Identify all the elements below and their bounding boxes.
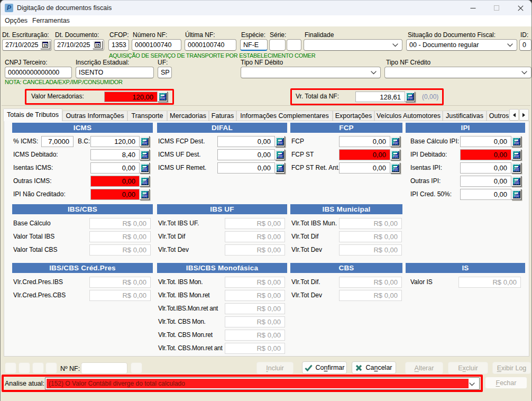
fcp-row-2-fieldwrap: 0,00 [339, 162, 400, 174]
fcp-row-0-calculator-button[interactable] [390, 136, 400, 147]
difal-row-0-fieldwrap: 0,00 [217, 136, 285, 147]
difal-row-2-calculator-button[interactable] [275, 162, 285, 174]
icms-row-2-calculator-button[interactable] [140, 176, 150, 187]
ipi-row-2-calculator-button[interactable] [511, 162, 521, 174]
fcp-row-2-field[interactable]: 0,00 [339, 162, 390, 174]
icms-bc-label: B.C: [78, 136, 90, 147]
calculator-icon [513, 178, 520, 185]
calculator-icon [141, 151, 149, 159]
cbs-row-0-field: R$ 0,00 [339, 277, 402, 288]
ipi-row-0-label: Base Cálculo IPI: [410, 136, 459, 147]
fcp-row-2-calculator-button[interactable] [390, 162, 400, 174]
icms-row-1-field[interactable]: 0,00 [90, 162, 140, 174]
icms-row-3-calculator-button[interactable] [140, 189, 150, 200]
cbs-row-1-field: R$ 0,00 [339, 290, 402, 301]
calculator-icon [513, 151, 520, 159]
ipi-row-2-label: Isentas IPI: [410, 162, 442, 174]
icms-row-0-field[interactable]: 8,40 [90, 149, 140, 160]
group-is-header: IS [406, 263, 525, 273]
icms-row-0-calculator-button[interactable] [140, 149, 150, 160]
group-icms-header: ICMS [12, 123, 153, 133]
ipi-row-4-calculator-button[interactable] [511, 189, 521, 200]
difal-row-2-label: ICMS UF Remet. [158, 162, 206, 174]
difal-row-2-field[interactable]: 0,00 [217, 162, 275, 174]
ipi-row-1-field[interactable]: 0,00 [460, 149, 511, 160]
icms-row-3-field[interactable]: 0,00 [90, 189, 140, 200]
icms-row-0-fieldwrap: 8,40 [90, 149, 150, 160]
difal-row-0-calculator-button[interactable] [275, 136, 285, 147]
ipi-row-0-field[interactable]: 0,00 [460, 136, 511, 147]
tab-page-totais-de-tributos: ICMS % ICMS: 7,0000 B.C: 120,00 ICMS Deb… [4, 121, 529, 357]
ipi-row-2-field[interactable]: 0,00 [460, 162, 511, 174]
fcp-row-0-field[interactable]: 0,00 [339, 136, 390, 147]
is-row-0-label: Valor IS [410, 277, 433, 288]
tab-totais-de-tributos[interactable]: Totais de Tributos [3, 108, 62, 121]
group-ibsuf-header: IBS UF [157, 204, 287, 214]
icms-bc-field[interactable]: 120,00 [90, 136, 140, 147]
icms-row-2-fieldwrap: 0,00 [90, 176, 150, 187]
credpres-row-0-label: Vlr.Cred.Pres.IBS [13, 277, 63, 288]
fcp-row-1-calculator-button[interactable] [390, 149, 400, 160]
ibsuf-row-0-label: Vlr.Tot IBS UF. [158, 218, 199, 229]
difal-row-1-calculator-button[interactable] [275, 149, 285, 160]
monofasica-row-2-field: R$ 0,00 [225, 303, 285, 314]
fcp-row-0-label: FCP [291, 136, 304, 147]
difal-row-1-label: ICMS UF Dest. [158, 149, 201, 160]
ipi-row-1-fieldwrap: 0,00 [460, 149, 521, 160]
ibscbs-row-1-label: Valor Total IBS [13, 231, 54, 242]
tab-scroll-left-button[interactable] [509, 109, 519, 121]
ibsmun-row-0-field: R$ 0,00 [339, 218, 402, 229]
form-area: Dt. Escrituração: Dt. Documento: CFOP: N… [1, 26, 531, 393]
monofasica-row-5-label: Vlr.Tot. CBS.Mon.ret ant [158, 343, 223, 354]
icms-row-0-label: ICMS Debitado: [13, 149, 58, 160]
monofasica-row-4-field: R$ 0,00 [225, 330, 285, 341]
calculator-icon [277, 138, 284, 145]
tab-scroll-right-button[interactable] [519, 109, 529, 121]
difal-row-2-fieldwrap: 0,00 [217, 162, 285, 174]
fcp-row-0-fieldwrap: 0,00 [339, 136, 400, 147]
ipi-row-1-calculator-button[interactable] [511, 149, 521, 160]
icms-row-3-fieldwrap: 0,00 [90, 189, 150, 200]
icms-row-1-fieldwrap: 0,00 [90, 162, 150, 174]
fcp-row-1-field[interactable]: 0,00 [339, 149, 390, 160]
calculator-icon [513, 191, 520, 198]
difal-row-1-field[interactable]: 0,00 [217, 149, 275, 160]
calculator-icon [141, 191, 149, 198]
calculator-icon [513, 138, 520, 145]
ibsmun-row-1-label: Vlr.Tot Dif [291, 231, 318, 242]
group-credpres-header: IBS/CBS Créd.Pres [12, 263, 153, 273]
calculator-icon [392, 165, 399, 172]
ibscbs-row-2-label: Valor Total CBS [13, 244, 58, 256]
fcp-row-2-label: FCP ST Ret. Ant. [291, 162, 340, 174]
fcp-row-1-label: FCP ST [291, 149, 314, 160]
ibsuf-row-1-label: Vlr.Tot Dif [158, 231, 185, 242]
monofasica-row-4-label: Vlr.Tot. CBS Mon.ret [158, 330, 213, 341]
icms-row-3-label: IPI Não Creditado: [13, 189, 66, 200]
group-monofasica-header: IBS/CBS Monofásica [157, 263, 287, 273]
ipi-row-2-fieldwrap: 0,00 [460, 162, 521, 174]
difal-row-1-fieldwrap: 0,00 [217, 149, 285, 160]
ibsuf-row-2-label: Vlr.Tot Dev [158, 244, 189, 256]
icms-pct-field[interactable]: 7,0000 [41, 136, 74, 147]
ibsuf-row-2-field: R$ 0,00 [225, 244, 285, 256]
group-cbs-header: CBS [290, 263, 402, 273]
monofasica-row-3-label: Vlr.Tot. CBS Mon. [158, 316, 206, 327]
ibscbs-row-0-label: Base Cálculo [13, 218, 51, 229]
icms-row-1-calculator-button[interactable] [140, 162, 150, 174]
ibsmun-row-2-label: Vlr.Tot Dev [291, 244, 322, 256]
ibscbs-row-1-field: R$ 0,00 [89, 231, 151, 242]
icms-row-2-field[interactable]: 0,00 [90, 176, 140, 187]
ipi-row-4-field[interactable]: 0,00 [460, 189, 511, 200]
ipi-row-0-fieldwrap: 0,00 [460, 136, 521, 147]
ibsuf-row-0-field: R$ 0,00 [225, 218, 285, 229]
ipi-row-3-calculator-button[interactable] [511, 176, 521, 187]
difal-row-0-field[interactable]: 0,00 [217, 136, 275, 147]
ibsmun-row-0-label: Vlr.Tot IBS Mun. [291, 218, 337, 229]
ipi-row-0-calculator-button[interactable] [511, 136, 521, 147]
icms-bc-calculator-button[interactable] [140, 136, 150, 147]
ibsuf-row-1-field: R$ 0,00 [225, 231, 285, 242]
calculator-icon [141, 178, 149, 185]
ipi-row-3-field[interactable]: 0,00 [460, 176, 511, 187]
credpres-row-1-field: R$ 0,00 [89, 290, 151, 301]
ipi-row-3-label: Outras IPI: [410, 176, 441, 187]
